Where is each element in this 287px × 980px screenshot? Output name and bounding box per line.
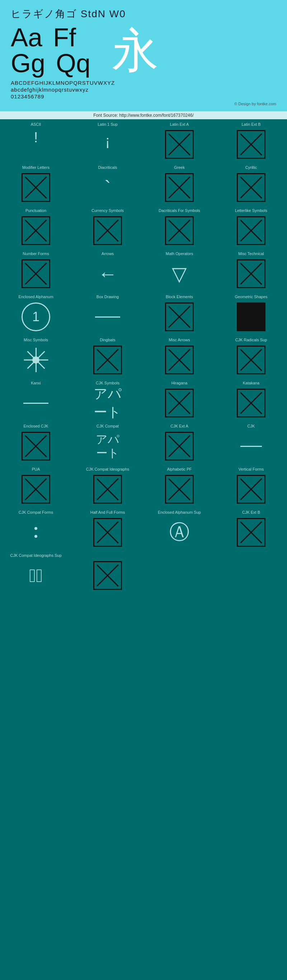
- cell-label-35: Vertical Forms: [239, 467, 264, 473]
- cell-label-36: CJK Compat Forms: [19, 510, 54, 516]
- cell-label-24: Kanxi: [31, 381, 41, 387]
- grid-cell-16: Enclosed Alphanum1: [0, 292, 72, 335]
- cell-label-23: CJK Radicals Sup: [235, 338, 267, 344]
- grid-cell-34: Alphabetic PF: [144, 464, 215, 507]
- grid-cell-35: Vertical Forms: [215, 464, 287, 507]
- cell-label-19: Geometric Shapes: [235, 294, 267, 300]
- cell-label-37: Half And Full Forms: [90, 510, 125, 516]
- sample-latin: Aa Ff Gg Qq: [11, 24, 90, 76]
- grid-cell-4: Modifier Letters: [0, 162, 72, 205]
- char-cjk: 永: [112, 27, 159, 74]
- cell-label-12: Number Forms: [22, 251, 49, 257]
- grid-cell-2: Latin Ext A: [144, 119, 215, 162]
- char-aa: Aa: [11, 24, 42, 50]
- grid-cell-6: Greek: [144, 162, 215, 205]
- cell-label-17: Box Drawing: [97, 294, 119, 300]
- char-qq: Qq: [56, 50, 90, 76]
- cell-label-13: Arrows: [101, 251, 114, 257]
- cell-label-9: Currency Symbols: [92, 208, 124, 214]
- sample-row-1: Aa Ff: [11, 24, 90, 50]
- cell-label-22: Misc Arrows: [169, 338, 190, 344]
- sample-chars: Aa Ff Gg Qq 永: [11, 24, 276, 76]
- digits: 0123456789: [11, 94, 276, 100]
- alphabet-upper: ABCDEFGHIJKLMNOPQRSTUVWXYZ: [11, 80, 276, 86]
- cell-label-18: Block Elements: [166, 294, 193, 300]
- grid-cell-25: CJK Symbolsアパート: [72, 378, 144, 421]
- grid-cell-10: Dacriticals For Symbols: [144, 205, 215, 248]
- cell-label-3: Latin Ext B: [241, 122, 260, 128]
- grid-cell-31: CJK: [215, 421, 287, 464]
- grid-cell-20: Misc Symbols: [0, 335, 72, 378]
- grid-cell-40: CJK Compat Ideographs Sup一̃: [0, 550, 72, 593]
- grid-cell-5: Diacriticals`: [72, 162, 144, 205]
- char-gg: Gg: [11, 50, 45, 76]
- cell-label-5: Diacriticals: [98, 165, 117, 171]
- cell-label-2: Latin Ext A: [170, 122, 189, 128]
- grid-cell-24: Kanxi: [0, 378, 72, 421]
- char-ff: Ff: [53, 24, 76, 50]
- grid-cell-30: CJK Ext A: [144, 421, 215, 464]
- grid-cell-11: Letterlike Symbols: [215, 205, 287, 248]
- grid-cell-23: CJK Radicals Sup: [215, 335, 287, 378]
- cell-label-14: Math Operators: [166, 251, 193, 257]
- cell-label-1: Latin 1 Sup: [98, 122, 118, 128]
- glyph-grid: ASCII!Latin 1 Sup¡Latin Ext ALatin Ext B…: [0, 119, 287, 593]
- grid-cell-36: CJK Compat Forms: [0, 507, 72, 550]
- cell-label-32: PUA: [32, 467, 40, 473]
- grid-cell-21: Dingbats: [72, 335, 144, 378]
- cell-label-31: CJK: [247, 424, 255, 430]
- cell-label-8: Punctuation: [25, 208, 46, 214]
- grid-cell-41: [72, 550, 144, 593]
- grid-cell-38: Enclosed Alphanum SupⒶ: [144, 507, 215, 550]
- cell-label-20: Misc Symbols: [24, 338, 48, 344]
- cell-label-28: Enclosed CJK: [23, 424, 48, 430]
- cell-label-29: CJK Compat: [97, 424, 119, 430]
- font-title: ヒラギノ角ゴ StdN W0: [11, 7, 276, 21]
- grid-cell-39: CJK Ext B: [215, 507, 287, 550]
- cell-label-11: Letterlike Symbols: [235, 208, 267, 214]
- header-section: ヒラギノ角ゴ StdN W0 Aa Ff Gg Qq 永 ABCDEFGHIJK…: [0, 0, 287, 111]
- grid-cell-14: Math Operators▽: [144, 248, 215, 292]
- grid-cell-29: CJK Compatアパート: [72, 421, 144, 464]
- grid-cell-43: [215, 550, 287, 593]
- cell-label-0: ASCII: [31, 122, 41, 128]
- cell-label-40: CJK Compat Ideographs Sup: [10, 553, 61, 559]
- grid-cell-19: Geometric Shapes: [215, 292, 287, 335]
- grid-cell-22: Misc Arrows: [144, 335, 215, 378]
- grid-cell-33: CJK Compat Ideographs: [72, 464, 144, 507]
- cell-label-38: Enclosed Alphanum Sup: [158, 510, 201, 516]
- grid-cell-17: Box Drawing: [72, 292, 144, 335]
- cell-label-16: Enclosed Alphanum: [18, 294, 53, 300]
- grid-cell-8: Punctuation: [0, 205, 72, 248]
- grid-cell-18: Block Elements: [144, 292, 215, 335]
- cell-label-30: CJK Ext A: [170, 424, 188, 430]
- grid-cell-27: Katakana: [215, 378, 287, 421]
- cell-label-4: Modifier Letters: [22, 165, 49, 171]
- cell-label-34: Alphabetic PF: [167, 467, 192, 473]
- sample-row-2: Gg Qq: [11, 50, 90, 76]
- cell-label-15: Misc Technical: [238, 251, 264, 257]
- grid-cell-28: Enclosed CJK: [0, 421, 72, 464]
- cell-label-33: CJK Compat Ideographs: [86, 467, 129, 473]
- cell-label-27: Katakana: [243, 381, 259, 387]
- grid-cell-3: Latin Ext B: [215, 119, 287, 162]
- grid-cell-26: Hiragana: [144, 378, 215, 421]
- cell-label-21: Dingbats: [100, 338, 115, 344]
- cell-label-6: Greek: [174, 165, 185, 171]
- grid-cell-9: Currency Symbols: [72, 205, 144, 248]
- source-url: Font Source: http://www.fontke.com/font/…: [0, 111, 287, 119]
- grid-cell-42: [144, 550, 215, 593]
- grid-cell-32: PUA: [0, 464, 72, 507]
- cell-label-26: Hiragana: [171, 381, 188, 387]
- grid-cell-7: Cyrillic: [215, 162, 287, 205]
- grid-cell-15: Misc Technical: [215, 248, 287, 292]
- cell-label-7: Cyrillic: [246, 165, 257, 171]
- grid-cell-13: Arrows←: [72, 248, 144, 292]
- grid-cell-1: Latin 1 Sup¡: [72, 119, 144, 162]
- grid-cell-37: Half And Full Forms: [72, 507, 144, 550]
- grid-cell-12: Number Forms: [0, 248, 72, 292]
- credit: © Design by fontke.com: [11, 102, 276, 106]
- cell-label-10: Dacriticals For Symbols: [159, 208, 200, 214]
- cell-label-39: CJK Ext B: [242, 510, 260, 516]
- grid-cell-0: ASCII!: [0, 119, 72, 162]
